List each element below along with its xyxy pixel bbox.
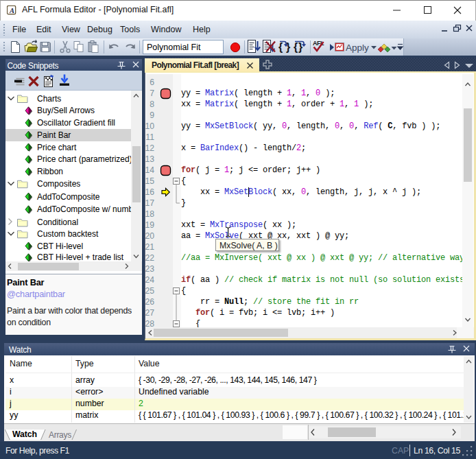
svg-text:A: A xyxy=(9,7,14,14)
svg-text:Apply: Apply xyxy=(346,43,369,53)
svg-text:}: } xyxy=(286,41,290,53)
svg-text:{: { xyxy=(294,41,298,53)
svg-text:}: } xyxy=(298,41,302,53)
svg-text:{: { xyxy=(278,41,283,53)
